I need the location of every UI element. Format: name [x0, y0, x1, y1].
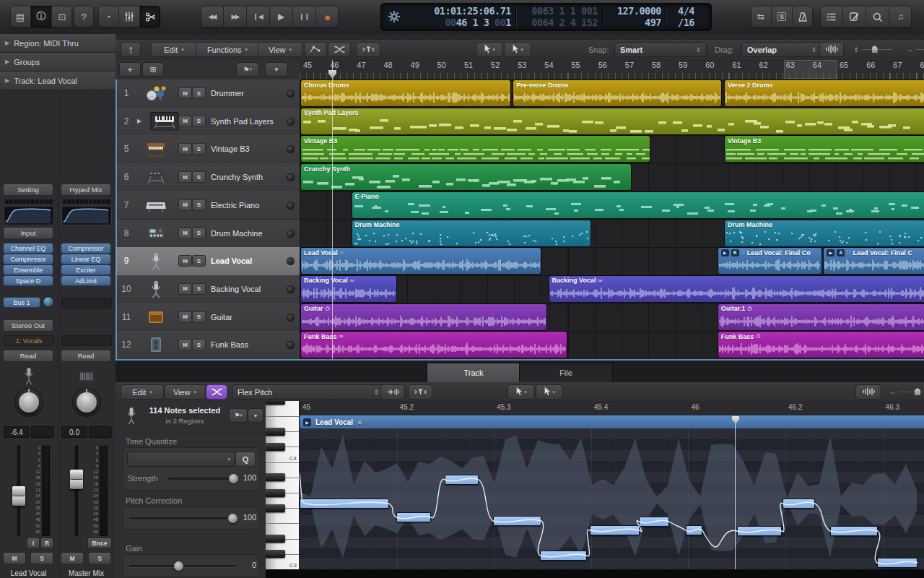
flex-pitch-note[interactable]: [686, 525, 702, 535]
region-pre-verse-drums[interactable]: Pre-verse Drums: [513, 80, 721, 106]
flex-pitch-note[interactable]: [445, 475, 479, 485]
track-mute-button[interactable]: M: [179, 200, 191, 210]
flex-pitch-note[interactable]: [830, 526, 878, 536]
plugin-slot-space-d[interactable]: Space D: [4, 276, 53, 285]
channel-setting-button[interactable]: Hyped Mix: [61, 184, 110, 195]
flex-pitch-note[interactable]: [639, 517, 669, 527]
v-zoom-handle[interactable]: [872, 46, 878, 53]
region-e-piano[interactable]: E-Piano: [352, 192, 924, 218]
catch-playhead-button[interactable]: [381, 385, 404, 399]
volume-value[interactable]: -6.4: [4, 426, 30, 438]
v-zoom-track[interactable]: [862, 49, 892, 50]
flex-pitch-note[interactable]: [590, 525, 640, 535]
volume-value[interactable]: 0.0: [61, 426, 87, 438]
play-icon[interactable]: ▶: [303, 418, 311, 426]
editor-tools-button[interactable]: ⚑▾: [230, 409, 247, 422]
region-funk-bass[interactable]: Funk BassŌ: [718, 332, 924, 358]
list-editors-button[interactable]: [820, 6, 843, 27]
editor-view-menu[interactable]: View▾: [165, 385, 205, 399]
track-mute-button[interactable]: M: [179, 284, 191, 294]
track-filter-button[interactable]: [357, 43, 380, 56]
region-vintage-b3[interactable]: Vintage B3: [301, 136, 650, 162]
flex-button[interactable]: [328, 43, 350, 56]
track-mute-button[interactable]: M: [179, 228, 191, 238]
track-header-electric-piano[interactable]: 7MSElectric Piano: [116, 191, 300, 220]
region-backing-vocal[interactable]: Backing Vocal∞: [301, 276, 396, 302]
flex-pitch-note[interactable]: [737, 526, 782, 536]
flex-pitch-editor[interactable]: [300, 428, 924, 569]
edit-menu[interactable]: Edit▾: [152, 43, 196, 56]
plugin-slot-compressor[interactable]: Compressor: [61, 243, 110, 253]
pitch-correction-slider[interactable]: [129, 517, 236, 519]
left-click-tool-menu[interactable]: ▾: [476, 43, 502, 56]
lcd-display[interactable]: 01:01:25:06.71 0046 1 3 001 0063 1 1 001…: [381, 4, 711, 30]
flex-mode-select[interactable]: Flex Pitch⇕: [232, 385, 384, 399]
track-input-led[interactable]: [287, 174, 294, 181]
plugin-slot-ensemble[interactable]: Ensemble: [4, 265, 53, 275]
send-slot-button[interactable]: Bus 1: [4, 298, 40, 307]
track-sort-button[interactable]: ⚑▾: [237, 63, 258, 76]
tab-file[interactable]: File: [520, 363, 612, 382]
eq-thumbnail[interactable]: [61, 206, 112, 225]
track-mute-button[interactable]: M: [179, 340, 191, 350]
quick-help-button[interactable]: ?: [74, 6, 94, 27]
track-mute-button[interactable]: M: [179, 312, 191, 322]
editor-filter-button[interactable]: [409, 385, 432, 399]
input-slot-button[interactable]: Input: [4, 228, 53, 238]
track-solo-button[interactable]: S: [193, 88, 205, 98]
region-verse-2-drums[interactable]: Verse 2 Drums: [725, 80, 924, 106]
track-input-led[interactable]: [287, 230, 294, 237]
group-slot[interactable]: 1: Vocals: [4, 335, 54, 346]
region-lead-vocal-final-co[interactable]: ▶B∷Lead Vocal: Final Co: [718, 248, 821, 274]
rewind-button[interactable]: ◀◀: [201, 6, 224, 27]
gain-knob[interactable]: [174, 561, 183, 571]
bounce-button[interactable]: Bnce: [88, 538, 111, 548]
region-funk-bass[interactable]: Funk Bass∞: [301, 332, 567, 358]
track-header-funk-bass[interactable]: 12MSFunk Bass: [116, 331, 300, 359]
solo-button[interactable]: S: [772, 6, 793, 27]
piano-black-key[interactable]: [266, 473, 285, 481]
piano-black-key[interactable]: [266, 401, 285, 405]
tab-track[interactable]: Track: [427, 363, 520, 382]
region-drum-machine[interactable]: Drum Machine: [352, 220, 591, 246]
lcd-tempo[interactable]: 127.0000: [603, 5, 661, 17]
track-solo-button[interactable]: S: [193, 256, 205, 266]
track-header-lead-vocal[interactable]: 9MSLead Vocal: [116, 247, 300, 276]
plugin-slot-compressor[interactable]: Compressor: [4, 254, 53, 264]
flex-pitch-note[interactable]: [877, 558, 918, 568]
piano-black-key[interactable]: [266, 535, 285, 543]
drag-select[interactable]: Overlap⇕: [742, 43, 821, 56]
send-level-knob[interactable]: [43, 297, 53, 307]
solo-button[interactable]: S: [31, 553, 53, 564]
channel-setting-button[interactable]: Setting: [4, 184, 53, 195]
track-disclosure-icon[interactable]: ▶: [137, 118, 141, 124]
lcd-position[interactable]: 0046 1 3 001: [409, 17, 511, 29]
quantize-select[interactable]: ▾: [128, 452, 235, 466]
track-mute-button[interactable]: M: [179, 116, 191, 126]
editor-playhead[interactable]: [735, 415, 736, 569]
track-solo-button[interactable]: S: [193, 340, 205, 350]
editor-left-tool-menu[interactable]: ▾: [508, 385, 534, 399]
take-play-icon[interactable]: ▶: [827, 249, 834, 256]
automation-button[interactable]: [305, 43, 326, 56]
add-track-button[interactable]: +: [120, 63, 140, 76]
lcd-signature-section[interactable]: 4/4 /16: [667, 4, 708, 30]
editor-ruler[interactable]: 4545.245.345.44646.246.3: [300, 401, 924, 416]
forward-button[interactable]: ▶▶: [224, 6, 247, 27]
pan-knob[interactable]: [14, 388, 43, 417]
track-mute-button[interactable]: M: [179, 256, 191, 266]
gain-slider[interactable]: [129, 565, 236, 567]
solo-button[interactable]: S: [89, 553, 110, 564]
go-to-beginning-button[interactable]: ❙◀: [247, 6, 270, 27]
flex-pitch-note[interactable]: [783, 499, 815, 509]
pan-knob[interactable]: [72, 388, 101, 417]
track-header-guitar[interactable]: 11MSGuitar: [116, 303, 300, 332]
flex-pitch-note[interactable]: [540, 551, 587, 561]
q-button[interactable]: Q: [236, 452, 255, 466]
track-input-led[interactable]: [287, 258, 294, 264]
hierarchy-up-button[interactable]: ↑: [121, 43, 140, 56]
track-input-led[interactable]: [287, 118, 294, 125]
piano-black-key[interactable]: [266, 504, 285, 512]
plugin-slot-linear-eq[interactable]: Linear EQ: [61, 254, 110, 264]
track-header-backing-vocal[interactable]: 10MSBacking Vocal: [116, 275, 300, 304]
